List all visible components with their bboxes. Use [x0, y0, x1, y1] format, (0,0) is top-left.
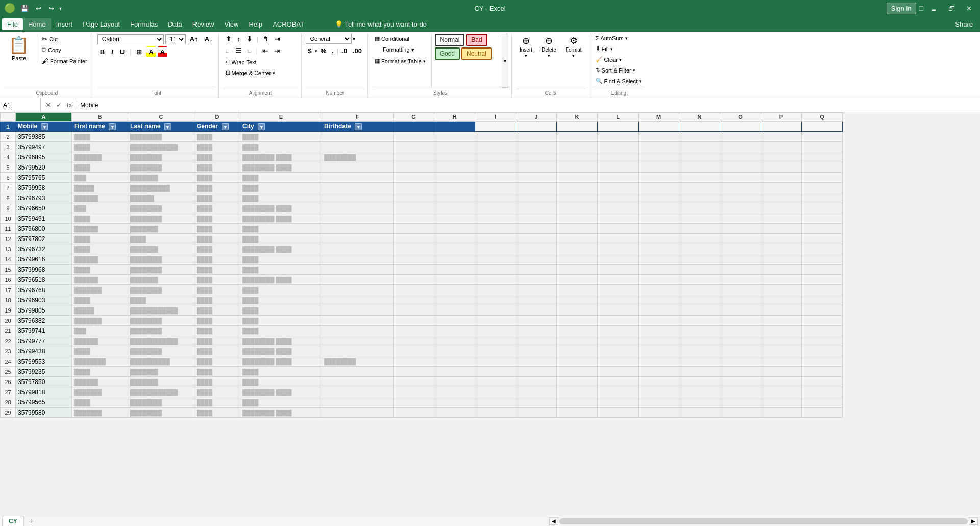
cell-empty-25-4[interactable] — [557, 367, 598, 377]
cell-a16[interactable]: 35796518 — [16, 275, 72, 285]
cell-b8[interactable]: ██████ — [72, 193, 128, 203]
cell-empty-26-10[interactable] — [802, 377, 843, 387]
cell-empty-22-2[interactable] — [475, 336, 516, 346]
col-header-g[interactable]: G — [394, 113, 434, 122]
cell-empty-18-7[interactable] — [679, 295, 720, 305]
cell-a12[interactable]: 35797802 — [16, 234, 72, 244]
cell-empty-21-3[interactable] — [516, 326, 557, 336]
cell-empty-5-1[interactable] — [434, 162, 475, 173]
cell-empty-3-10[interactable] — [802, 142, 843, 152]
cell-empty-17-5[interactable] — [598, 285, 639, 295]
cell-empty-5-10[interactable] — [802, 162, 843, 173]
cell-e9[interactable]: ████████ ████ — [240, 203, 322, 213]
cell-b26[interactable]: ██████ — [72, 377, 128, 387]
col-header-i[interactable]: I — [475, 113, 516, 122]
cell-empty-18-5[interactable] — [598, 295, 639, 305]
cell-b28[interactable]: ████ — [72, 397, 128, 408]
cell-empty-7-0[interactable] — [394, 183, 434, 193]
cell-empty-14-4[interactable] — [557, 254, 598, 265]
cell-b25[interactable]: ████ — [72, 367, 128, 377]
cell-empty-26-3[interactable] — [516, 377, 557, 387]
cell-c2[interactable]: ████████ — [128, 132, 194, 142]
cell-b4[interactable]: ███████ — [72, 152, 128, 162]
cell-b13[interactable]: ████ — [72, 244, 128, 254]
cell-a29[interactable]: 35799580 — [16, 408, 72, 418]
cell-e2[interactable]: ████ — [240, 132, 322, 142]
font-color-button[interactable]: A — [158, 46, 167, 57]
cell-empty-18-6[interactable] — [639, 295, 679, 305]
cell-empty-11-2[interactable] — [475, 224, 516, 234]
cell-empty-8-1[interactable] — [434, 193, 475, 203]
cell-e13[interactable]: ████████ ████ — [240, 244, 322, 254]
cell-empty-11-6[interactable] — [639, 224, 679, 234]
cell-empty-15-2[interactable] — [475, 265, 516, 275]
cell-empty-16-0[interactable] — [394, 275, 434, 285]
percent-button[interactable]: % — [318, 45, 329, 56]
fill-color-button[interactable]: A — [146, 46, 156, 57]
cell-empty-21-5[interactable] — [598, 326, 639, 336]
cell-b11[interactable]: ██████ — [72, 224, 128, 234]
cell-c9[interactable]: ████████ — [128, 203, 194, 213]
cell-empty-12-7[interactable] — [679, 234, 720, 244]
menu-item-view[interactable]: View — [219, 18, 243, 30]
cell-empty-25-2[interactable] — [475, 367, 516, 377]
filter-mobile-icon[interactable]: ▾ — [41, 123, 48, 130]
cell-empty-29-9[interactable] — [761, 408, 802, 418]
cell-empty-23-7[interactable] — [679, 346, 720, 356]
cell-empty-20-10[interactable] — [802, 316, 843, 326]
cell-empty-6-2[interactable] — [475, 173, 516, 183]
col-header-b[interactable]: B — [72, 113, 128, 122]
cell-empty-4-9[interactable] — [761, 152, 802, 162]
cell-empty-10-2[interactable] — [475, 213, 516, 224]
cell-d28[interactable]: ████ — [194, 397, 240, 408]
cell-empty-15-9[interactable] — [761, 265, 802, 275]
cell-empty-25-7[interactable] — [679, 367, 720, 377]
col-header-l[interactable]: L — [598, 113, 639, 122]
cell-empty-14-9[interactable] — [761, 254, 802, 265]
cell-empty-7-6[interactable] — [639, 183, 679, 193]
cell-e4[interactable]: ████████ ████ — [240, 152, 322, 162]
cell-empty-4-0[interactable] — [394, 152, 434, 162]
cell-empty-21-0[interactable] — [394, 326, 434, 336]
cell-c22[interactable]: ████████████ — [128, 336, 194, 346]
bold-button[interactable]: B — [97, 46, 107, 57]
sheet-tab-cy[interactable]: CY — [2, 516, 24, 526]
cell-c27[interactable]: ████████████ — [128, 387, 194, 397]
cell-empty-22-9[interactable] — [761, 336, 802, 346]
cell-empty-26-7[interactable] — [679, 377, 720, 387]
cell-a3[interactable]: 35799497 — [16, 142, 72, 152]
filter-gender-icon[interactable]: ▾ — [222, 123, 229, 130]
cell-empty-29-8[interactable] — [720, 408, 761, 418]
cell-empty-27-2[interactable] — [475, 387, 516, 397]
filter-firstname-icon[interactable]: ▾ — [109, 123, 116, 130]
cell-f1[interactable]: Birthdate ▾ — [322, 122, 394, 132]
cell-f5[interactable] — [322, 162, 394, 173]
cell-empty-9-10[interactable] — [802, 203, 843, 213]
share-button[interactable]: Share — [950, 18, 978, 30]
cell-c13[interactable]: ███████ — [128, 244, 194, 254]
cell-empty-28-9[interactable] — [761, 397, 802, 408]
indent-more-button[interactable]: ⇥ — [272, 34, 283, 44]
cell-a23[interactable]: 35799438 — [16, 346, 72, 356]
cell-empty-3-5[interactable] — [598, 142, 639, 152]
cell-e29[interactable]: ████████ ████ — [240, 408, 322, 418]
cell-e17[interactable]: ████ — [240, 285, 322, 295]
cell-empty-11-10[interactable] — [802, 224, 843, 234]
cell-empty-12-4[interactable] — [557, 234, 598, 244]
cell-a18[interactable]: 35796903 — [16, 295, 72, 305]
cell-empty-26-4[interactable] — [557, 377, 598, 387]
cancel-formula-button[interactable]: ✕ — [44, 101, 53, 109]
cell-b1[interactable]: First name ▾ — [72, 122, 128, 132]
cell-f17[interactable] — [322, 285, 394, 295]
cell-f26[interactable] — [322, 377, 394, 387]
cell-e22[interactable]: ████████ ████ — [240, 336, 322, 346]
add-sheet-button[interactable]: + — [25, 516, 37, 526]
cell-a17[interactable]: 35796768 — [16, 285, 72, 295]
cell-d26[interactable]: ████ — [194, 377, 240, 387]
cell-a1[interactable]: Mobile ▾ — [16, 122, 72, 132]
cell-empty-27-0[interactable] — [394, 387, 434, 397]
cell-empty-5-6[interactable] — [639, 162, 679, 173]
menu-item-home[interactable]: Home — [23, 18, 51, 30]
cell-c4[interactable]: ████████ — [128, 152, 194, 162]
cell-empty-12-2[interactable] — [475, 234, 516, 244]
